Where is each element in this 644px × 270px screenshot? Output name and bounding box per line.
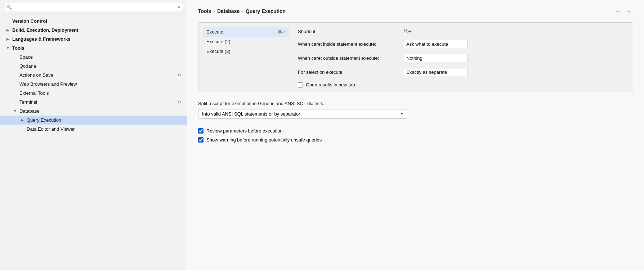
breadcrumb-sep-1: › <box>213 8 215 14</box>
sidebar: 🔍 ✕ Version Control ▶ Build, Execution, … <box>0 0 187 270</box>
breadcrumb: Tools › Database › Query Execution ← → <box>198 7 633 15</box>
search-input[interactable] <box>14 4 175 10</box>
checkbox-section: Review parameters before execution Show … <box>198 128 633 143</box>
chevron-right-icon: ▶ <box>6 28 10 32</box>
sidebar-item-label: Languages & Frameworks <box>12 36 181 42</box>
sidebar-item-actions-on-save[interactable]: Actions on Save ⚙ <box>0 71 187 80</box>
sidebar-item-label: Version Control <box>12 18 181 24</box>
sidebar-item-label: Web Browsers and Preview <box>19 81 181 87</box>
show-warning-checkbox[interactable] <box>198 137 204 143</box>
nav-buttons: ← → <box>614 7 633 15</box>
shortcut-display: ⌘↵ <box>403 28 412 34</box>
caret-inside-value: Ask what to execute <box>403 40 468 48</box>
selection-label: For selection execute: <box>298 69 399 75</box>
caret-outside-dropdown[interactable]: Nothing <box>403 54 468 62</box>
execute-item-label: Execute <box>206 29 223 35</box>
execute-item-label: Execute (2) <box>206 39 230 44</box>
gear-icon: ⚙ <box>178 100 181 104</box>
selection-row: For selection execute: Exactly as separa… <box>298 68 629 76</box>
search-icon: 🔍 <box>6 4 12 10</box>
sidebar-item-terminal[interactable]: Terminal ⚙ <box>0 98 187 107</box>
show-warning-row: Show warning before running potentially … <box>198 137 633 143</box>
search-bar: 🔍 ✕ <box>0 0 187 14</box>
breadcrumb-sep-2: › <box>242 8 243 14</box>
sidebar-item-label: Database <box>19 108 181 114</box>
execute-item-2[interactable]: Execute (2) <box>203 37 289 46</box>
open-results-checkbox[interactable] <box>298 82 303 87</box>
sidebar-item-label: Space <box>19 54 181 60</box>
forward-button[interactable]: → <box>625 7 633 15</box>
sidebar-item-tools[interactable]: ▼ Tools <box>0 44 187 53</box>
sidebar-item-web-browsers[interactable]: Web Browsers and Preview <box>0 80 187 89</box>
review-params-checkbox[interactable] <box>198 128 204 134</box>
sidebar-item-label: Build, Execution, Deployment <box>12 27 181 33</box>
caret-outside-row: When caret outside statement execute: No… <box>298 54 629 62</box>
execute-panel: Execute ⌘↵ Execute (2) Execute (3) Short… <box>198 22 633 92</box>
sidebar-nav: Version Control ▶ Build, Execution, Depl… <box>0 14 187 270</box>
caret-inside-label: When caret inside statement execute: <box>298 41 399 47</box>
sidebar-item-space[interactable]: Space <box>0 53 187 62</box>
split-dropdown-value: Into valid ANSI SQL statements or by sep… <box>202 111 300 117</box>
chevron-down-icon: ▼ <box>13 109 17 113</box>
sidebar-item-label: Tools <box>12 45 181 51</box>
sidebar-item-external-tools[interactable]: External Tools <box>0 89 187 98</box>
shortcut-value: ⌘↵ <box>403 28 412 34</box>
sidebar-item-label: External Tools <box>19 90 181 96</box>
split-script-section: Split a script for execution in Generic … <box>198 101 633 119</box>
shortcut-row: Shortcut: ⌘↵ <box>298 28 629 34</box>
chevron-right-icon: ▶ <box>6 37 10 41</box>
execute-item-3[interactable]: Execute (3) <box>203 46 289 56</box>
sidebar-item-data-editor[interactable]: Data Editor and Viewer <box>0 125 187 134</box>
sidebar-item-label: Qodana <box>19 63 181 69</box>
selection-value: Exactly as separate <box>403 68 468 76</box>
execute-shortcut: ⌘↵ <box>278 30 286 35</box>
chevron-down-icon: ▾ <box>401 112 403 116</box>
breadcrumb-query-execution: Query Execution <box>246 8 286 14</box>
sidebar-item-label: Terminal <box>19 99 175 105</box>
content-panel: Tools › Database › Query Execution ← → E… <box>187 0 644 270</box>
show-warning-label: Show warning before running potentially … <box>206 137 322 143</box>
sidebar-item-query-execution[interactable]: ▶ Query Execution <box>0 116 187 125</box>
close-icon[interactable]: ✕ <box>177 5 181 9</box>
execute-settings: Shortcut: ⌘↵ When caret inside statement… <box>298 27 629 87</box>
chevron-down-icon: ▼ <box>6 46 10 50</box>
caret-inside-row: When caret inside statement execute: Ask… <box>298 40 629 48</box>
execute-list: Execute ⌘↵ Execute (2) Execute (3) <box>203 27 289 87</box>
review-params-label: Review parameters before execution <box>206 128 283 134</box>
breadcrumb-database: Database <box>217 8 240 14</box>
split-script-dropdown[interactable]: Into valid ANSI SQL statements or by sep… <box>198 109 407 119</box>
sidebar-item-version-control[interactable]: Version Control <box>0 17 187 26</box>
caret-outside-label: When caret outside statement execute: <box>298 55 399 61</box>
selection-dropdown[interactable]: Exactly as separate <box>403 68 468 76</box>
split-script-label: Split a script for execution in Generic … <box>198 101 633 106</box>
shortcut-label: Shortcut: <box>298 29 399 34</box>
review-params-row: Review parameters before execution <box>198 128 633 134</box>
sidebar-item-database[interactable]: ▼ Database <box>0 107 187 116</box>
gear-icon: ⚙ <box>178 73 181 77</box>
sidebar-item-qodana[interactable]: Qodana <box>0 62 187 71</box>
breadcrumb-tools: Tools <box>198 8 211 14</box>
execute-item-label: Execute (3) <box>206 49 230 54</box>
sidebar-item-languages[interactable]: ▶ Languages & Frameworks <box>0 35 187 44</box>
caret-inside-dropdown[interactable]: Ask what to execute <box>403 40 468 48</box>
search-input-wrap: 🔍 ✕ <box>4 3 183 11</box>
sidebar-item-label: Query Execution <box>27 117 181 123</box>
sidebar-item-label: Data Editor and Viewer <box>27 126 181 132</box>
sidebar-item-label: Actions on Save <box>19 72 175 78</box>
open-results-row: Open results in new tab <box>298 82 629 87</box>
execute-item-1[interactable]: Execute ⌘↵ <box>203 27 289 37</box>
back-button[interactable]: ← <box>614 7 622 15</box>
open-results-label: Open results in new tab <box>306 82 355 87</box>
chevron-right-icon: ▶ <box>20 118 24 122</box>
sidebar-item-build-execution[interactable]: ▶ Build, Execution, Deployment <box>0 26 187 35</box>
caret-outside-value: Nothing <box>403 54 468 62</box>
